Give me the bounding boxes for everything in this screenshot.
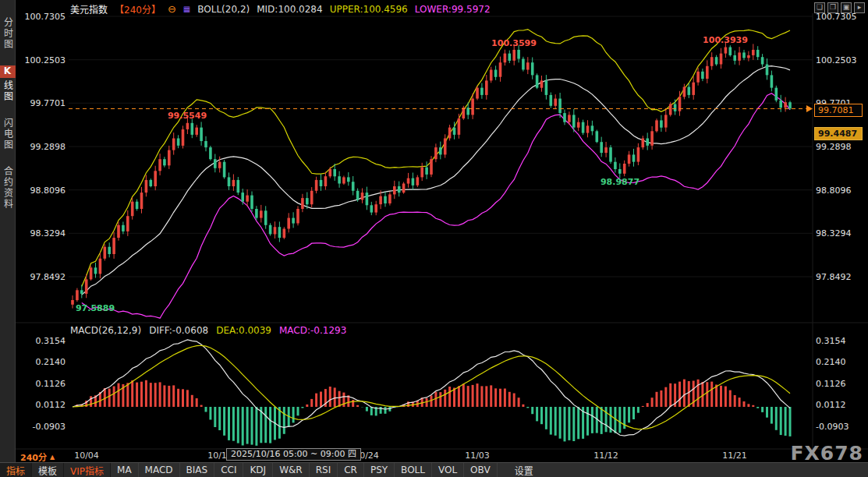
candles-layer — [71, 42, 792, 309]
indicator-psy-button[interactable]: PSY — [364, 463, 395, 477]
macd-axis-label: 0.3154 — [816, 336, 867, 346]
left-sidebar: 分时图 K线图 闪电图 合约资料 — [0, 0, 16, 462]
sidebar-item-time-chart[interactable]: 分时图 — [1, 17, 15, 50]
price-axis-label: 100.2503 — [816, 55, 867, 65]
macd-axis-label: 0.1126 — [16, 379, 66, 389]
window-fullscreen-icon[interactable]: ▣ — [841, 2, 852, 13]
app-window: 分时图 K线图 闪电图 合约资料 美元指数 【240分】 ⊖ ▦ BOLL(20… — [0, 0, 868, 477]
tab-vip-indicators[interactable]: VIP指标 — [64, 463, 111, 477]
macd-name: MACD(26,12,9) — [70, 325, 141, 336]
time-axis-label: 11/12 — [593, 450, 618, 461]
macd-diff-value: DIFF:-0.0608 — [149, 325, 208, 336]
macd-axis-label: 0.0112 — [816, 400, 867, 410]
period-selector[interactable]: 240分 ▲ — [20, 450, 55, 463]
price-axis-label: 99.2898 — [816, 142, 867, 152]
sidebar-item-lightning-chart[interactable]: 闪电图 — [1, 118, 15, 150]
indicator-cr-button[interactable]: CR — [338, 463, 364, 477]
price-axis-label: 100.2503 — [16, 55, 66, 65]
price-axis-label: 99.7701 — [16, 98, 66, 108]
price-axis-label: 98.8096 — [816, 186, 867, 196]
indicator-wr-button[interactable]: W&R — [273, 463, 310, 477]
time-axis-label: 11/03 — [465, 450, 490, 461]
sidebar-item-contract-info[interactable]: 合约资料 — [1, 166, 15, 210]
time-axis-label: 10/04 — [74, 450, 99, 461]
period-selector-label: 240分 — [20, 450, 47, 463]
chart-canvas[interactable] — [0, 0, 868, 477]
brand-watermark: FX678 — [790, 442, 863, 465]
price-axis-label: 97.8492 — [816, 272, 867, 282]
indicator-macd-button[interactable]: MACD — [139, 463, 180, 477]
indicator-bias-button[interactable]: BIAS — [180, 463, 215, 477]
price-axis-label: 100.7305 — [16, 12, 66, 22]
macd-axis-label: 0.2140 — [16, 357, 66, 367]
macd-axis-label: 0.0112 — [16, 400, 66, 410]
macd-macd-value: MACD:-0.1293 — [279, 325, 346, 336]
price-annotation: 99.5549 — [168, 111, 207, 121]
current-price-tag: 99.7081 — [814, 104, 863, 117]
boll-indicator-icon: ▦ — [183, 5, 190, 13]
indicator-rsi-button[interactable]: RSI — [310, 463, 338, 477]
tab-templates[interactable]: 模板 — [32, 463, 64, 477]
macd-axis-label: 0.1126 — [816, 379, 867, 389]
bollinger-layer — [82, 30, 790, 319]
indicator-vol-button[interactable]: VOL — [432, 463, 464, 477]
sidebar-item-kline-chart[interactable]: K线图 — [0, 65, 16, 102]
indicator-header: 美元指数 【240分】 ⊖ ▦ BOLL(20,2) MID:100.0284 … — [70, 2, 491, 16]
window-next-icon[interactable]: ▸ — [854, 2, 865, 13]
macd-header: MACD(26,12,9) DIFF:-0.0608 DEA:0.0039 MA… — [70, 325, 346, 336]
price-axis-label: 97.8492 — [16, 272, 66, 282]
price-axis-right: 100.7305100.250399.770199.289898.809698.… — [816, 0, 867, 477]
price-axis-label: 98.3294 — [16, 228, 66, 238]
macd-layer — [73, 340, 790, 446]
sidebar-item-kline-label: 线图 — [2, 80, 13, 102]
period-label: 【240分】 — [115, 2, 161, 16]
price-annotation: 97.5889 — [76, 303, 115, 313]
price-axis-label: 99.2898 — [16, 142, 66, 152]
tab-indicators[interactable]: 指标 — [0, 463, 32, 477]
crosshair-time-tooltip: 2025/10/16 05:00 ~ 09:00 四 — [226, 448, 361, 461]
price-axis-label: 98.8096 — [16, 186, 66, 196]
price-annotation: 100.3939 — [703, 35, 748, 45]
indicator-ma-button[interactable]: MA — [111, 463, 139, 477]
indicator-kdj-button[interactable]: KDJ — [243, 463, 273, 477]
bottom-toolbar: 指标 模板 VIP指标 MA MACD BIAS CCI KDJ W&R RSI… — [0, 462, 868, 477]
indicator-cci-button[interactable]: CCI — [214, 463, 243, 477]
price-annotation: 98.9877 — [601, 177, 639, 187]
window-cascade-icon[interactable]: ❐ — [827, 2, 838, 13]
indicator-obv-button[interactable]: OBV — [464, 463, 498, 477]
symbol-name: 美元指数 — [70, 2, 108, 16]
boll-mid-value: MID:100.0284 — [257, 4, 322, 15]
window-controls: ❏ ❐ ▣ ▸ — [814, 2, 865, 13]
boll-lower-value: LOWER:99.5972 — [415, 4, 491, 15]
macd-axis-label: -0.0903 — [816, 422, 867, 432]
indicator-boll-button[interactable]: BOLL — [395, 463, 432, 477]
macd-axis-label: 0.2140 — [816, 357, 867, 367]
collapse-icon[interactable]: ⊖ — [168, 3, 176, 15]
window-grid-icon[interactable]: ❏ — [814, 2, 825, 13]
boll-name: BOLL(20,2) — [197, 4, 250, 15]
macd-axis-label: -0.0903 — [16, 422, 66, 432]
price-annotation: 100.3599 — [491, 38, 537, 48]
price-axis-left: 100.7305100.250399.770199.289898.809698.… — [16, 0, 66, 477]
kline-active-badge: K — [0, 65, 16, 78]
macd-dea-value: DEA:0.0039 — [216, 325, 271, 336]
settings-button[interactable]: 设置 — [507, 463, 541, 477]
price-axis-label: 98.3294 — [816, 228, 867, 238]
boll-upper-value: UPPER:100.4596 — [330, 4, 408, 15]
time-axis-label: 11/21 — [722, 450, 747, 461]
macd-axis-label: 0.3154 — [16, 336, 66, 346]
secondary-price-tag: 99.4487 — [814, 127, 863, 140]
period-up-arrow-icon: ▲ — [50, 454, 55, 461]
